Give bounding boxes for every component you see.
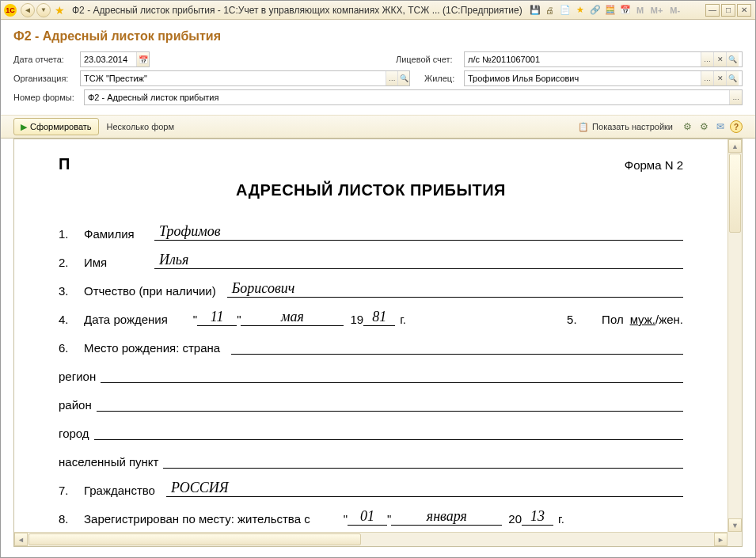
line-region: регион: [59, 366, 683, 383]
sex-male: муж.: [630, 313, 655, 326]
scroll-up-button[interactable]: ▲: [728, 139, 742, 153]
tenant-label: Жилец:: [424, 74, 461, 83]
vscroll-thumb[interactable]: [729, 154, 741, 233]
print-icon[interactable]: 🖨: [544, 4, 557, 17]
nav-back-button[interactable]: ◄: [21, 3, 35, 17]
maximize-button[interactable]: □: [721, 4, 735, 17]
doc-pi: П: [59, 155, 70, 173]
generate-label: Сформировать: [30, 122, 92, 131]
account-more-button[interactable]: …: [701, 52, 713, 66]
hscroll-thumb[interactable]: [28, 533, 361, 545]
settings-save-icon[interactable]: ⚙: [680, 120, 694, 134]
toolbar: ▶ Сформировать Несколько форм 📋 Показать…: [1, 115, 755, 139]
email-icon[interactable]: ✉: [713, 120, 728, 134]
params-panel: Дата отчета: 📅 Лицевой счет: … ✕ 🔍 Орган…: [1, 48, 755, 115]
scroll-corner: [728, 532, 742, 546]
calc-icon[interactable]: 🧮: [604, 4, 617, 17]
line-city: город: [59, 423, 683, 440]
line-registration: 8. Зарегистрирован по месту: жительства …: [59, 508, 683, 526]
show-settings-label: Показать настройки: [592, 122, 673, 131]
nav-dropdown-button[interactable]: ▼: [36, 3, 51, 17]
title-bar: 1C ◄ ▼ ★ Ф2 - Адресный листок прибытия -…: [1, 1, 755, 20]
settings-load-icon[interactable]: ⚙: [697, 120, 711, 134]
play-icon: ▶: [21, 122, 27, 132]
window-title: Ф2 - Адресный листок прибытия - 1С:Учет …: [72, 5, 522, 16]
m-minus-button[interactable]: M-: [667, 4, 683, 17]
multi-forms-button[interactable]: Несколько форм: [102, 118, 179, 135]
date-input[interactable]: [81, 52, 136, 66]
account-label: Лицевой счет:: [396, 55, 461, 64]
org-search-button[interactable]: 🔍: [397, 71, 409, 85]
scroll-right-button[interactable]: ►: [714, 533, 728, 546]
settings-page-icon: 📋: [578, 122, 589, 132]
star-icon[interactable]: ★: [574, 4, 587, 17]
generate-button[interactable]: ▶ Сформировать: [13, 118, 99, 135]
calendar-icon[interactable]: 📅: [619, 4, 632, 17]
vertical-scrollbar[interactable]: ▲ ▼: [728, 139, 742, 532]
sex-female: жен.: [659, 313, 683, 326]
m-plus-button[interactable]: M+: [649, 4, 665, 17]
report-canvas: П Форма N 2 АДРЕСНЫЙ ЛИСТОК ПРИБЫТИЯ 1. …: [13, 139, 743, 547]
account-input[interactable]: [465, 52, 701, 66]
app-icon: 1C: [4, 4, 17, 17]
link-icon[interactable]: 🔗: [589, 4, 602, 17]
formnum-label: Номер формы:: [13, 93, 81, 102]
date-field[interactable]: 📅: [80, 51, 150, 67]
report-document: П Форма N 2 АДРЕСНЫЙ ЛИСТОК ПРИБЫТИЯ 1. …: [14, 139, 728, 532]
formnum-field[interactable]: …: [84, 89, 743, 105]
preview-icon[interactable]: 📄: [559, 4, 572, 17]
tenant-field[interactable]: … ✕ 🔍: [464, 70, 743, 86]
favorite-icon[interactable]: ★: [53, 4, 66, 17]
account-field[interactable]: … ✕ 🔍: [464, 51, 743, 67]
save-icon[interactable]: 💾: [529, 4, 541, 17]
m-button[interactable]: M: [634, 4, 647, 17]
line-surname: 1. Фамилия Трофимов: [59, 223, 683, 241]
org-field[interactable]: … 🔍: [80, 70, 410, 86]
scroll-left-button[interactable]: ◄: [14, 533, 28, 546]
tenant-clear-button[interactable]: ✕: [713, 71, 726, 85]
org-label: Организация:: [13, 74, 77, 83]
minimize-button[interactable]: —: [705, 4, 720, 17]
page-title: Ф2 - Адресный листок прибытия: [1, 20, 755, 48]
account-clear-button[interactable]: ✕: [713, 52, 726, 66]
line-birthdate-sex: 4. Дата рождения " 11 " мая 19 81 г. 5. …: [59, 309, 683, 326]
line-settlement: населенный пункт: [59, 451, 683, 469]
date-label: Дата отчета:: [13, 55, 77, 64]
formnum-more-button[interactable]: …: [729, 90, 742, 104]
line-citizenship: 7. Гражданство РОССИЯ: [59, 480, 683, 497]
doc-form-number: Форма N 2: [625, 158, 683, 172]
help-icon[interactable]: ?: [730, 120, 743, 133]
doc-title: АДРЕСНЫЙ ЛИСТОК ПРИБЫТИЯ: [59, 181, 683, 199]
tenant-more-button[interactable]: …: [701, 71, 713, 85]
account-search-button[interactable]: 🔍: [726, 52, 739, 66]
formnum-input[interactable]: [85, 90, 729, 104]
calendar-button[interactable]: 📅: [136, 52, 149, 66]
org-more-button[interactable]: …: [386, 71, 397, 85]
line-patronymic: 3. Отчество (при наличии) Борисович: [59, 280, 683, 298]
line-name: 2. Имя Илья: [59, 252, 683, 269]
horizontal-scrollbar[interactable]: ◄ ►: [14, 532, 728, 546]
close-button[interactable]: ✕: [737, 4, 751, 17]
tenant-input[interactable]: [465, 71, 701, 85]
org-input[interactable]: [81, 71, 386, 85]
line-birthplace-country: 6. Место рождения: страна: [59, 337, 683, 355]
show-settings-button[interactable]: 📋 Показать настройки: [573, 118, 678, 135]
scroll-down-button[interactable]: ▼: [728, 518, 742, 532]
line-district: район: [59, 394, 683, 412]
tenant-search-button[interactable]: 🔍: [726, 71, 739, 85]
